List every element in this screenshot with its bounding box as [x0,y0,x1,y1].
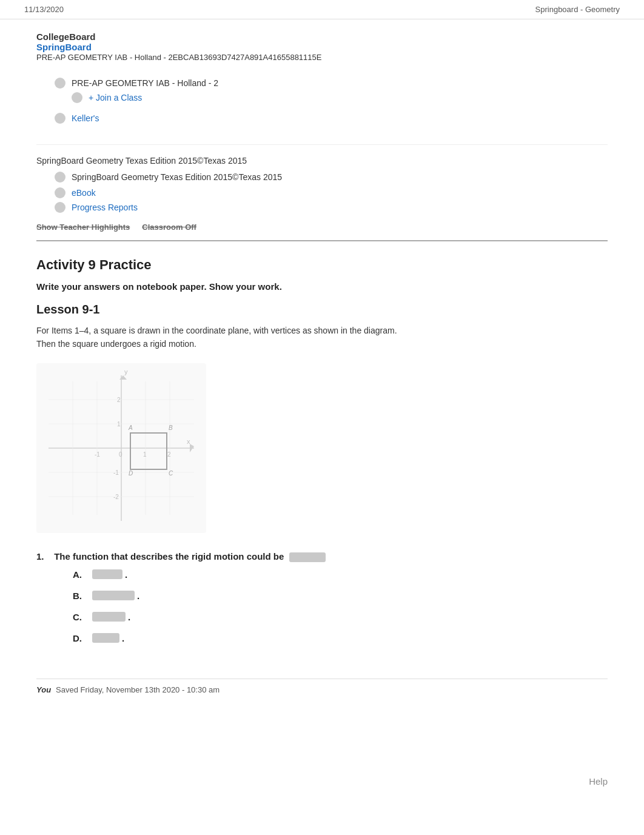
content-divider [36,240,608,241]
choice-b-blank [92,591,135,600]
choice-d: D. . [73,633,608,643]
lesson-title: Lesson 9-1 [36,303,608,317]
collegeboard-label: CollegeBoard [36,32,96,42]
progress-reports-link[interactable]: Progress Reports [72,203,138,212]
question-number-1: 1. The function that describes the rigid… [36,551,608,562]
ebook-link[interactable]: eBook [72,188,96,198]
textbook-sub-bullet-icon [55,172,65,183]
join-class-item[interactable]: + Join a Class [72,92,608,103]
choice-c-label: C. [73,612,85,622]
class-id-text: PRE-AP GEOMETRY IAB - Holland - 2EBCAB13… [36,53,321,62]
svg-text:-1: -1 [113,469,119,476]
svg-text:2: 2 [117,397,121,403]
svg-text:1: 1 [117,421,121,428]
activity-title: Activity 9 Practice [36,257,608,273]
kellers-link[interactable]: Keller's [72,113,99,123]
top-bar: 11/13/2020 Springboard - Geometry [0,0,644,19]
coordinate-diagram: x y -1 0 1 2 1 2 -1 -2 A B C D [36,363,206,533]
choice-d-period: . [122,633,124,643]
svg-text:D: D [129,470,133,477]
svg-text:y: y [124,368,128,375]
choice-a-label: A. [73,569,85,580]
choice-d-blank [92,633,119,643]
textbook-sub-item: SpringBoard Geometry Texas Edition 2015©… [55,172,608,183]
kellers-section: Keller's [55,113,608,127]
q1-number: 1. [36,551,44,562]
svg-text:1: 1 [143,451,147,458]
footer-bar: You Saved Friday, November 13th 2020 - 1… [36,679,608,700]
choice-b: B. . [73,591,608,601]
diagram-container: x y -1 0 1 2 1 2 -1 -2 A B C D [36,363,206,533]
footer-you-label: You [36,685,51,694]
textbook-section: SpringBoard Geometry Texas Edition 2015©… [36,133,608,216]
join-class-link[interactable]: + Join a Class [89,93,142,102]
svg-text:-1: -1 [95,451,100,458]
springboard-link[interactable]: SpringBoard [36,42,608,52]
choice-c: C. . [73,612,608,622]
choice-b-period: . [137,591,139,601]
ebook-item[interactable]: eBook [55,187,608,198]
date-label: 11/13/2020 [24,5,64,14]
svg-text:x: x [187,438,190,445]
answer-choices: A. . B. . C. . D. . [73,569,608,643]
show-teacher-highlights[interactable]: Show Teacher Highlights [36,223,130,232]
kellers-item[interactable]: Keller's [55,113,608,124]
classroom-off[interactable]: Classroom Off [142,223,196,232]
sub-links: eBook Progress Reports [55,187,608,213]
ebook-bullet-icon [55,187,65,198]
choice-c-blank [92,612,126,622]
textbook-main-title: SpringBoard Geometry Texas Edition 2015©… [36,156,247,166]
textbook-sub: SpringBoard Geometry Texas Edition 2015©… [55,172,608,183]
svg-text:A: A [128,424,133,431]
class-bullet-icon [55,78,65,89]
progress-reports-item[interactable]: Progress Reports [55,202,608,213]
choice-a: A. . [73,569,608,580]
choice-a-period: . [125,569,127,580]
page-title: Springboard - Geometry [535,5,620,14]
svg-text:C: C [169,470,173,477]
svg-text:0: 0 [119,451,122,458]
q1-text: The function that describes the rigid mo… [54,551,284,562]
class-nav-item: PRE-AP GEOMETRY IAB - Holland - 2 [55,78,608,89]
q1-blank [289,552,326,562]
body-text-2: Then the square undergoes a rigid motion… [36,339,196,349]
kellers-bullet-icon [55,113,65,124]
svg-text:B: B [169,424,173,431]
class-label: PRE-AP GEOMETRY IAB - Holland - 2 [72,78,218,88]
footer-saved-text: Saved Friday, November 13th 2020 - 10:30… [56,685,220,694]
body-text: For Items 1–4, a square is drawn in the … [36,324,608,351]
instruction-text: Write your answers on notebook paper. Sh… [36,281,608,292]
nav-section: PRE-AP GEOMETRY IAB - Holland - 2 + Join… [55,78,608,107]
svg-text:2: 2 [167,451,171,458]
help-button[interactable]: Help [589,776,608,786]
svg-text:-2: -2 [113,494,119,500]
header-section: CollegeBoard SpringBoard PRE-AP GEOMETRY… [36,19,608,68]
choice-a-blank [92,569,122,579]
toolbar-row: Show Teacher Highlights Classroom Off [36,223,608,232]
choice-c-period: . [128,612,130,622]
progress-reports-bullet-icon [55,202,65,213]
textbook-sub-title: SpringBoard Geometry Texas Edition 2015©… [72,172,282,182]
join-class-bullet-icon [72,92,82,103]
choice-d-label: D. [73,633,85,643]
content-area: Activity 9 Practice Write your answers o… [36,251,608,660]
choice-b-label: B. [73,591,85,601]
body-text-1: For Items 1–4, a square is drawn in the … [36,326,397,335]
question-block-1: 1. The function that describes the rigid… [36,551,608,643]
